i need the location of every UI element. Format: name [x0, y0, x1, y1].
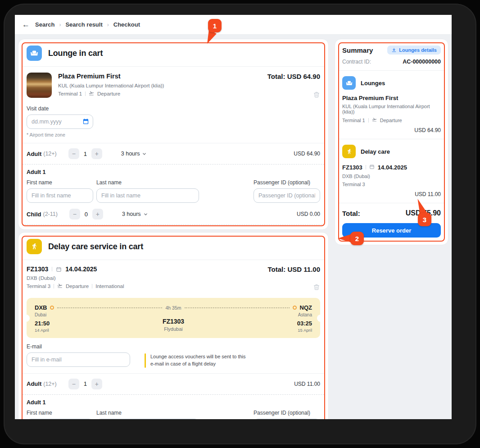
- back-arrow-icon[interactable]: ←: [22, 20, 30, 29]
- delay-card-header: Delay care service in cart: [18, 233, 328, 260]
- child-age: (2-11): [43, 211, 58, 217]
- delay-section-label: Delay care: [361, 148, 390, 155]
- delay-card-title: Delay care service in cart: [48, 242, 143, 251]
- adult-1-title: Adult 1: [27, 399, 320, 406]
- calendar-icon[interactable]: [82, 118, 89, 125]
- airline-name: Flydubai: [164, 326, 183, 332]
- passenger-id-input[interactable]: [254, 419, 320, 419]
- child-row: Child (2-11) − 0 + 3 hours USD 0.00: [18, 204, 328, 224]
- arrival-time: 03:25: [297, 320, 312, 327]
- flight-date: 14.04.2025: [65, 265, 97, 273]
- lounge-terminal: Terminal 1: [58, 91, 82, 96]
- adult-age: (12+): [43, 151, 57, 157]
- contract-id-value: AC-000000000: [403, 59, 441, 65]
- divider: [368, 118, 369, 123]
- adult-quantity-stepper: − 1 +: [68, 148, 102, 159]
- plus-button[interactable]: +: [91, 148, 102, 159]
- duration-dropdown[interactable]: 3 hours: [121, 151, 147, 157]
- summary-lounges-section: Lounges Plaza Premium First KUL (Kuala L…: [335, 71, 448, 139]
- last-name-label: Last name: [96, 410, 199, 416]
- summary-lounge-airport: KUL (Kuala Lumpur International Airport …: [342, 104, 441, 114]
- first-name-label: First name: [27, 410, 93, 416]
- visit-date-label: Visit date: [27, 105, 320, 112]
- divider: [85, 91, 86, 96]
- delay-total: Total: USD 11.00: [268, 265, 320, 273]
- route-line: [57, 307, 162, 308]
- last-name-input[interactable]: [96, 419, 199, 419]
- delay-terminal: Terminal 3: [27, 283, 50, 289]
- delay-direction: Departure: [66, 283, 89, 289]
- airport-timezone-note: * Airport time zone: [27, 132, 320, 137]
- plus-button[interactable]: +: [92, 209, 103, 219]
- adult-1-block: Adult 1 First name Last name P: [18, 395, 328, 419]
- flight-route-ticket: DXB 4h 35m NQZ Dubai 21:50: [27, 298, 320, 338]
- departure-time: 21:50: [35, 320, 50, 327]
- breadcrumb-search-result[interactable]: Search result: [65, 21, 102, 28]
- adult-row: Adult (12+) − 1 + USD 11.00: [18, 374, 328, 394]
- route-flight-number: FZ1303: [163, 318, 184, 325]
- summary-lounge-direction: Departure: [380, 118, 402, 123]
- divider: [366, 165, 366, 169]
- passenger-id-label: Passenger ID (optional): [254, 179, 320, 186]
- adult-price: USD 11.00: [294, 381, 320, 387]
- chevron-down-icon: [143, 212, 148, 217]
- app-screen: ← Search › Search result › Checkout: [15, 15, 452, 419]
- delay-terminal-row: Terminal 3 Departure International: [27, 283, 124, 289]
- summary-delay-section: Delay care FZ1303 14.04.2025 DXB (Dubai)…: [335, 139, 448, 203]
- breadcrumb-trail: Search › Search result › Checkout: [35, 21, 140, 28]
- minus-button[interactable]: −: [68, 379, 79, 389]
- summary-header: Summary Lounges details: [335, 39, 448, 59]
- delay-flight-type: International: [95, 283, 124, 289]
- adult-1-block: Adult 1 First name Last name P: [18, 165, 328, 204]
- minus-button[interactable]: −: [69, 209, 80, 219]
- adult-count: 1: [83, 380, 87, 387]
- plus-button[interactable]: +: [91, 379, 102, 389]
- child-count: 0: [84, 211, 88, 218]
- minus-button[interactable]: −: [68, 148, 79, 159]
- email-input[interactable]: [27, 352, 130, 367]
- last-name-input[interactable]: [96, 188, 199, 203]
- lounge-item-info: Plaza Premium First KUL (Kuala Lumpur In…: [58, 73, 164, 99]
- summary-flight-date: 14.04.2025: [378, 164, 407, 171]
- last-name-label: Last name: [96, 179, 199, 186]
- adult-price: USD 64.90: [294, 151, 320, 157]
- child-price: USD 0.00: [297, 211, 320, 217]
- plane-departure-icon: [89, 91, 94, 97]
- divider: [52, 267, 52, 271]
- total-label: Total:: [342, 210, 360, 217]
- breadcrumb-checkout[interactable]: Checkout: [113, 21, 140, 28]
- first-name-input[interactable]: [27, 419, 93, 419]
- duration-dropdown[interactable]: 3 hours: [122, 211, 148, 217]
- trash-icon[interactable]: [313, 283, 320, 291]
- delay-care-icon: [27, 239, 42, 254]
- first-name-input[interactable]: [27, 188, 93, 203]
- annotation-marker-1: 1: [208, 19, 222, 32]
- ticket-notch: [23, 315, 30, 322]
- lounge-card-title: Lounge in cart: [48, 49, 103, 58]
- destination-code: NQZ: [300, 304, 312, 311]
- chevron-down-icon: [142, 151, 147, 156]
- lounge-icon: [27, 46, 42, 61]
- destination-city: Astana: [298, 312, 312, 317]
- note-accent-bar: [145, 353, 146, 368]
- summary-delay-airport: DXB (Dubai): [342, 174, 441, 179]
- lounge-cart-card: Lounge in cart Plaza Premium First KUL (…: [18, 39, 329, 230]
- lounges-details-button[interactable]: Lounges details: [387, 46, 441, 55]
- delay-care-icon: [342, 145, 356, 158]
- adult-age: (12+): [43, 381, 57, 387]
- annotation-marker-2: 2: [350, 232, 364, 245]
- chevron-right-icon: ›: [107, 22, 109, 28]
- delay-airport: DXB (Dubai): [27, 275, 124, 281]
- passenger-id-input[interactable]: [254, 188, 320, 203]
- adult-count: 1: [83, 151, 87, 157]
- route-line: [185, 307, 290, 308]
- email-block: E-mail Lounge access vouchers will be se…: [18, 338, 328, 368]
- child-quantity-stepper: − 0 +: [69, 209, 103, 219]
- summary-card: Summary Lounges details Contract ID: AC-…: [335, 39, 448, 245]
- calendar-icon: [56, 266, 62, 272]
- summary-lounge-name: Plaza Premium First: [342, 95, 441, 101]
- trash-icon[interactable]: [313, 91, 320, 98]
- breadcrumb-search[interactable]: Search: [35, 21, 54, 28]
- flight-duration: 4h 35m: [165, 305, 181, 311]
- child-label: Child: [27, 211, 41, 218]
